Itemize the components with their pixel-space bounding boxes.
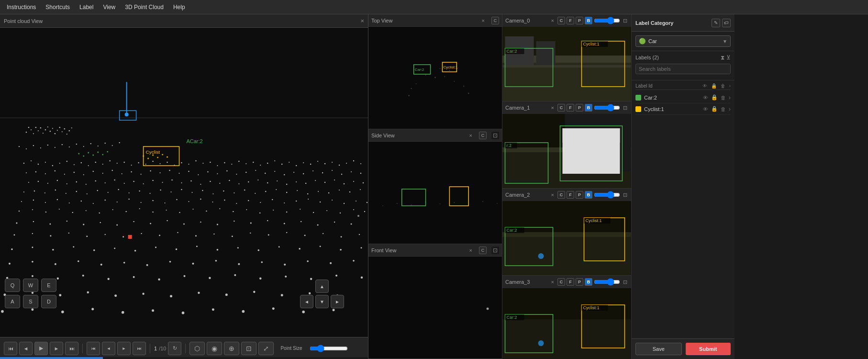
skip-next[interactable]: ► [117,342,131,355]
side-view-c-btn[interactable]: C [479,132,487,139]
nav-left-arrow[interactable]: ◄ [300,295,313,308]
category-dropdown[interactable]: 🟢 Car ▼ [635,35,731,47]
cam1-expand[interactable]: ⊡ [622,104,628,111]
refresh-btn[interactable]: ↻ [168,342,181,355]
skip-prev[interactable]: ◄ [102,342,115,355]
cyclist-eye-off-icon[interactable]: 👁 [703,106,708,112]
cam1-slider[interactable] [594,104,620,112]
camera-3-close[interactable]: × [551,279,554,285]
car-expand-icon[interactable]: › [729,94,731,101]
play-btn[interactable]: ▶ [34,342,48,355]
car-eye-off-icon[interactable]: 👁 [703,95,708,101]
point-cloud-close[interactable]: × [360,17,364,24]
cam0-expand[interactable]: ⊡ [622,17,628,24]
camera-0-content[interactable]: Car:2 Cyclist:1 [502,27,631,101]
cam1-p-btn[interactable]: P [576,104,583,112]
point-size-slider[interactable] [310,345,348,352]
cube-icon-btn[interactable]: ⬡ [189,342,205,355]
skip-prev-prev[interactable]: ⏮ [87,342,100,355]
front-view-close[interactable]: × [469,247,472,253]
skip-start-btn[interactable]: ⏮ [4,342,17,355]
top-view-content[interactable]: Car:2 Cyclist:1 [368,27,502,129]
svg-text:Car:2: Car:2 [507,228,517,233]
cam0-p-btn[interactable]: P [576,17,583,24]
front-view-expand[interactable]: ⊡ [491,247,499,254]
search-labels-input[interactable] [635,64,731,74]
cam1-b-btn[interactable]: B [585,104,592,112]
menu-shortcuts[interactable]: Shortcuts [41,2,75,12]
cam3-f-btn[interactable]: F [567,278,574,286]
point-cloud-canvas[interactable]: ACar:2 Cyclist Q W E A S D [0,28,368,337]
side-view-close[interactable]: × [469,133,472,138]
crosshair-icon-btn[interactable]: ⊕ [224,342,239,355]
cam0-f-btn[interactable]: F [567,17,574,24]
front-view-c-btn[interactable]: C [479,247,487,254]
skip-next-next[interactable]: ⏭ [133,342,146,355]
progress-bar[interactable] [0,357,103,359]
camera-3-content[interactable]: Car:2 Cyclist:1 [502,288,631,359]
nav-up-arrow[interactable]: ▲ [315,280,329,293]
car-trash-icon[interactable]: 🗑 [721,95,726,101]
cam1-c-btn[interactable]: C [557,104,565,112]
cam1-f-btn[interactable]: F [567,104,574,112]
camera-1-close[interactable]: × [551,105,554,111]
next-btn[interactable]: ► [50,342,63,355]
camera-0-close[interactable]: × [551,18,554,23]
car-lock-icon[interactable]: 🔒 [711,94,718,101]
cam3-slider[interactable] [594,278,620,286]
sphere-icon-btn[interactable]: ◉ [207,342,222,355]
save-button[interactable]: Save [635,343,682,355]
side-view-content[interactable] [368,142,502,244]
cyclist-lock-icon[interactable]: 🔒 [711,106,718,112]
cam3-c-btn[interactable]: C [557,278,565,286]
cam0-b-btn[interactable]: B [585,17,592,24]
prev-btn[interactable]: ◄ [19,342,33,355]
kbd-e[interactable]: E [41,279,56,292]
cam0-slider[interactable] [594,17,620,24]
cyclist-trash-icon[interactable]: 🗑 [721,106,726,112]
cam2-slider[interactable] [594,191,620,199]
nav-down-arrow[interactable]: ▼ [315,295,329,308]
svg-point-113 [286,184,287,185]
kbd-a[interactable]: A [5,295,20,308]
kbd-d[interactable]: D [41,295,56,308]
camera-2-close[interactable]: × [551,192,554,198]
svg-point-104 [200,184,201,185]
filter-icon[interactable]: ⧗ [721,54,724,61]
camera-1-content[interactable]: r:2 [502,114,631,188]
cam2-expand[interactable]: ⊡ [622,191,628,198]
expand-icon-btn[interactable]: ⤢ [258,342,274,355]
funnel-icon[interactable]: ⊻ [726,54,731,61]
cam2-c-btn[interactable]: C [557,191,565,199]
cam0-c-btn[interactable]: C [557,17,565,24]
cyclist-expand-icon[interactable]: › [729,105,731,112]
menu-label[interactable]: Label [75,2,98,12]
kbd-q[interactable]: Q [5,279,20,292]
svg-point-389 [444,76,445,77]
cam3-p-btn[interactable]: P [576,278,583,286]
cam3-b-btn[interactable]: B [585,278,592,286]
camera-2-content[interactable]: Car:2 Cyclist:1 [502,201,631,275]
menu-instructions[interactable]: Instructions [2,2,41,12]
front-view-content[interactable] [368,257,502,359]
svg-point-47 [346,163,347,164]
skip-end-btn[interactable]: ⏭ [65,342,78,355]
cam3-expand[interactable]: ⊡ [622,279,628,285]
side-view-expand[interactable]: ⊡ [491,132,499,139]
tag-icon-btn[interactable]: 🏷 [722,19,731,27]
cam2-p-btn[interactable]: P [576,191,583,199]
nav-right-arrow[interactable]: ► [331,295,344,308]
top-view-close[interactable]: × [482,18,485,23]
kbd-s[interactable]: S [23,295,38,308]
top-view-c-btn[interactable]: C [491,17,499,24]
menu-help[interactable]: Help [168,2,190,12]
kbd-w[interactable]: W [23,279,38,292]
edit-icon-btn[interactable]: ✎ [712,19,720,27]
submit-button[interactable]: Submit [686,343,731,355]
menu-view[interactable]: View [98,2,120,12]
cam2-b-btn[interactable]: B [585,191,592,199]
crop-icon-btn[interactable]: ⊡ [241,342,256,355]
menu-3d-point-cloud[interactable]: 3D Point Cloud [120,2,168,12]
cam2-f-btn[interactable]: F [567,191,574,199]
svg-point-61 [131,171,132,172]
